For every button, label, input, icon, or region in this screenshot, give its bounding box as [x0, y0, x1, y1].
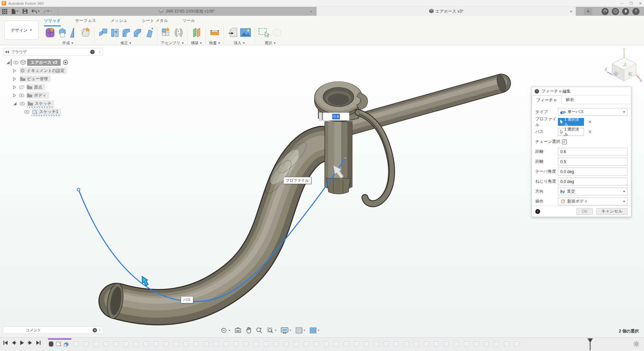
timeline-suppressed-feature[interactable] [264, 341, 269, 347]
timeline-suppressed-feature[interactable] [444, 341, 449, 347]
group-assemble-label[interactable]: アセンブリ [161, 40, 183, 46]
more-options-icon[interactable] [351, 112, 357, 121]
panel-grip[interactable]: ‖ [99, 50, 100, 54]
timeline-suppressed-feature[interactable] [404, 341, 409, 347]
ribbon-tab-mesh[interactable]: メッシュ [110, 18, 127, 26]
dialog-tab-analysis[interactable]: 解析 [562, 96, 578, 104]
browser-collapse-icon[interactable]: − [90, 50, 95, 54]
skip-start-icon[interactable] [3, 340, 8, 347]
browser-header[interactable]: ブラウザ − ‖ [3, 48, 103, 56]
eye-icon[interactable] [19, 94, 24, 97]
minimize-icon[interactable]: ─ [620, 1, 623, 5]
revolve-icon[interactable] [69, 27, 78, 39]
timeline-suppressed-feature[interactable] [484, 341, 489, 347]
timeline-suppressed-feature[interactable] [73, 341, 79, 347]
step-back-icon[interactable] [11, 340, 16, 347]
timeline-suppressed-feature[interactable] [143, 341, 148, 347]
timeline-suppressed-feature[interactable] [174, 341, 179, 347]
comment-header[interactable]: コメント + ‖ [3, 326, 103, 334]
sweep-icon[interactable] [80, 27, 91, 39]
timeline-suppressed-feature[interactable] [243, 341, 249, 347]
timeline-suppressed-feature[interactable] [193, 341, 199, 347]
timeline-suppressed-feature[interactable] [494, 341, 499, 347]
timeline-suppressed-feature[interactable] [183, 341, 189, 347]
timeline-suppressed-feature[interactable] [224, 341, 229, 347]
orientation-dropdown[interactable]: 直交 [558, 187, 628, 195]
panel-grip[interactable]: ‖ [99, 328, 100, 332]
browser-item-origin[interactable]: 原点 [3, 83, 103, 91]
timeline-suppressed-feature[interactable] [114, 341, 119, 347]
group-inspect-label[interactable]: 検査 [209, 40, 220, 46]
extrude-icon[interactable] [57, 27, 68, 39]
close-tab-icon[interactable]: × [310, 9, 312, 14]
tree-collapsed-icon[interactable] [13, 94, 16, 97]
dialog-header[interactable]: − フィーチャ編集 [532, 87, 631, 96]
timeline-suppressed-feature[interactable] [424, 341, 429, 347]
doc-tab-2[interactable]: エアホース v3* × [317, 7, 576, 16]
path-select-button[interactable]: 1 選択済み [558, 128, 584, 136]
twist-angle-input[interactable] [558, 178, 628, 185]
help-icon[interactable]: ? [632, 8, 640, 15]
orbit-icon[interactable] [219, 326, 231, 335]
timeline-suppressed-feature[interactable] [93, 341, 98, 347]
distance-2-input[interactable] [558, 158, 628, 166]
distance-input[interactable]: 0.6 [323, 112, 349, 121]
grid-icon[interactable] [295, 327, 307, 334]
type-dropdown[interactable]: 単一パス [558, 108, 628, 116]
zoom-icon[interactable] [255, 326, 264, 335]
measure-icon[interactable] [210, 27, 220, 39]
tree-collapsed-icon[interactable] [13, 69, 16, 73]
timeline-suppressed-feature[interactable] [384, 341, 389, 347]
dialog-tab-feature[interactable]: フィーチャ [532, 96, 562, 104]
browser-item-sketches[interactable]: スケッチ [3, 99, 103, 108]
timeline-suppressed-feature[interactable] [104, 341, 109, 347]
save-icon[interactable] [23, 9, 27, 14]
cancel-button[interactable]: キャンセル [596, 208, 628, 215]
timeline-suppressed-feature[interactable] [504, 341, 509, 347]
info-icon[interactable]: i [535, 209, 540, 214]
job-status-icon[interactable] [612, 8, 619, 15]
ribbon-tab-solid[interactable]: ソリッド [44, 18, 61, 26]
maximize-icon[interactable]: ❐ [629, 1, 633, 6]
browser-item-doc-settings[interactable]: ドキュメントの設定 [3, 66, 103, 75]
eye-off-icon[interactable] [19, 85, 24, 89]
browser-item-bodies[interactable]: ボディ [3, 91, 103, 99]
shell-icon[interactable] [110, 27, 120, 39]
group-select-label[interactable]: 選択 [265, 40, 276, 46]
draft-icon[interactable] [144, 27, 154, 39]
timeline-sweep-feature[interactable] [63, 341, 69, 348]
pan-icon[interactable] [245, 326, 253, 335]
close-icon[interactable]: ✕ [639, 1, 642, 6]
timeline-form-feature[interactable] [48, 341, 54, 348]
timeline-playhead[interactable] [587, 338, 593, 351]
timeline-suppressed-feature[interactable] [364, 341, 369, 347]
doc-tab-1[interactable]: JNR EF65-1000後期 v106* × [58, 7, 316, 16]
taper-angle-input[interactable] [558, 168, 628, 176]
look-at-icon[interactable] [234, 327, 242, 334]
grid-menu-icon[interactable] [2, 9, 7, 14]
timeline-suppressed-feature[interactable] [344, 341, 349, 347]
browser-root-row[interactable]: エアホース v3 [3, 58, 103, 66]
timeline-suppressed-feature[interactable] [334, 341, 339, 347]
file-menu-button[interactable] [11, 9, 19, 14]
timeline-suppressed-feature[interactable] [284, 341, 289, 347]
timeline-suppressed-feature[interactable] [414, 341, 419, 347]
ok-button[interactable]: OK [576, 208, 593, 215]
extensions-icon[interactable] [601, 8, 609, 15]
timeline-suppressed-feature[interactable] [83, 341, 88, 347]
eye-icon[interactable] [24, 110, 29, 114]
timeline-suppressed-feature[interactable] [514, 341, 519, 347]
display-settings-icon[interactable] [280, 327, 293, 334]
close-tab-icon[interactable]: × [570, 9, 572, 14]
press-pull-icon[interactable] [98, 27, 108, 39]
group-modify-label[interactable]: 修正 [120, 40, 131, 46]
timeline-gear-icon[interactable] [633, 341, 639, 348]
chamfer-icon[interactable] [133, 27, 142, 39]
ribbon-tab-surface[interactable]: サーフェス [75, 18, 96, 26]
root-component-label[interactable]: エアホース v3 [27, 59, 61, 66]
viewports-icon[interactable] [309, 327, 321, 334]
chain-select-checkbox[interactable]: ✓ [562, 140, 567, 144]
timeline-suppressed-feature[interactable] [254, 341, 259, 347]
insert-icon[interactable] [227, 27, 238, 39]
timeline-suppressed-feature[interactable] [324, 341, 329, 347]
